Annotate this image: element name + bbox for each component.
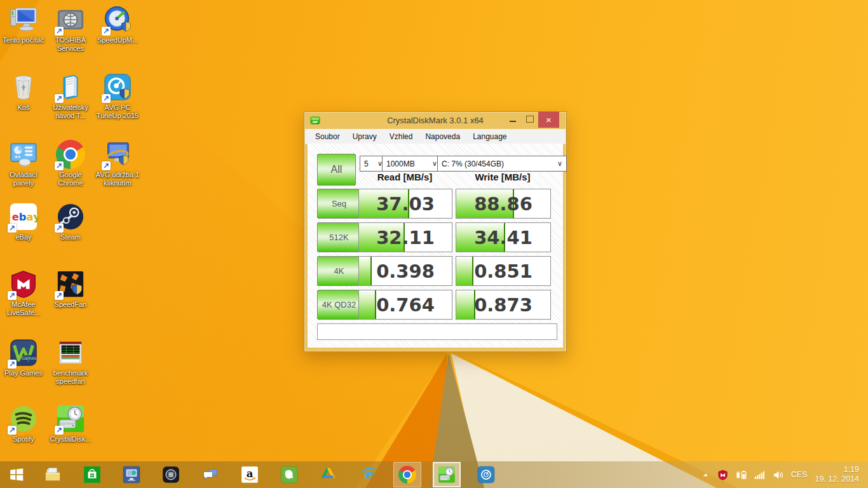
taskbar-file-explorer[interactable] [39,462,67,487]
target-drive-select[interactable]: C: 7% (30/454GB) ∨ [437,156,567,172]
512k-read-value-cell: 32.11 [358,222,452,252]
test-button-512k[interactable]: 512K [317,222,361,252]
desktop-icon-label: Tento počítač [3,36,44,44]
window-titlebar[interactable]: CrystalDiskMark 3.0.1 x64 × [304,112,566,129]
maximize-icon [526,116,534,123]
language-indicator[interactable]: CES [791,470,808,479]
desktop-icon-mcafee-livesafe[interactable]: McAfee LiveSafe... [0,269,48,317]
desktop-icon-tento-po-ta[interactable]: Tento počítač [0,5,48,44]
comment-textbox[interactable] [317,323,557,340]
seq-write-value: 88.86 [456,189,550,218]
battery-icon[interactable] [736,470,747,480]
spotify-icon [9,404,38,433]
shortcut-arrow-icon [55,291,64,300]
taskbar-avg-tuneup[interactable] [472,462,500,487]
4k-read-value-cell: 0.398 [358,256,452,286]
menu-item-upravy[interactable]: Upravy [346,129,383,144]
pcmon-icon [123,466,140,484]
desktop-icon-u-ivatelsk-n-vod-t[interactable]: Uživatelský návod T... [46,72,95,120]
shortcut-arrow-icon [55,426,64,435]
taskbar-evernote[interactable] [275,462,303,487]
menu-item-napoveda[interactable]: Napoveda [419,129,466,144]
desktop-icon-toshiba-services[interactable]: TOSHIBA Services [46,5,95,53]
computer-icon [9,5,38,34]
desktop-icon-avg-dr-ba-1-kliknut-m[interactable]: AVG údržba 1 kliknutím [93,140,142,187]
volume-icon[interactable] [773,470,783,480]
taskbar-amazon[interactable]: a [236,462,264,487]
desktop-icon-label: AVG údržba 1 kliknutím [93,171,142,187]
store-icon [83,466,101,484]
taskbar-google-chrome[interactable] [393,462,421,487]
4k-write-value: 0.851 [456,257,550,285]
start-button[interactable] [0,461,33,488]
minimize-button[interactable] [504,112,521,126]
menu-item-language[interactable]: Language [466,129,513,144]
steam-icon [56,202,85,231]
chrome-icon [56,140,85,169]
taskbar-crystaldiskmark[interactable] [433,462,461,487]
desktop-icon-play-games[interactable]: GamesPlay Games [0,338,48,377]
desktop-icon-steam[interactable]: Steam [46,202,95,241]
4k-qd32-write-value-cell: 0.873 [456,290,551,320]
taskbar-google-drive[interactable] [315,462,342,487]
test-button-seq[interactable]: Seq [317,189,361,219]
desktop-icon-ebay[interactable]: ebayeBay [0,202,48,241]
clock[interactable]: 1:19 19. 12. 2014 [815,465,859,484]
controlpanel-icon [9,140,38,169]
run-all-button[interactable]: All [317,154,356,186]
desktop-icon-label: Play Games [4,369,43,377]
desktop-icon-speedfan[interactable]: SpeedFan [46,269,95,309]
shortcut-arrow-icon [8,426,17,435]
desktop-icon-label: Koš [18,104,30,112]
desktop-icon-google-chrome[interactable]: Google Chrome [46,140,95,187]
chrome-icon [398,466,416,484]
desktop-icon-ko[interactable]: Koš [0,72,48,112]
taskbar-messaging[interactable] [196,462,224,487]
desktop-icon-benchmark-speedfan[interactable]: benchmark speedfan [46,338,95,386]
4k-read-value: 0.398 [359,257,452,285]
desktop-icon-label: Steam [60,233,81,241]
show-hidden-icons-chevron[interactable] [702,471,710,479]
close-button[interactable]: × [538,112,559,128]
desktop-icon-ovl-dac-panely[interactable]: Ovládací panely [0,140,48,187]
avgcircle-icon [477,466,495,484]
toshiba-icon [56,5,85,34]
desktop-icon-label: AVG PC TuneUp 2015 [93,104,142,120]
desktop-icon-spotify[interactable]: Spotify [0,404,48,444]
target-drive-value: C: 7% (30/454GB) [442,159,504,168]
seq-write-value-cell: 88.86 [456,189,551,219]
maximize-button[interactable] [521,112,538,126]
mcafee-tray-icon[interactable] [717,470,728,480]
desktop-icon-label: SpeedUpM... [97,36,138,44]
appgrid-icon [162,466,180,484]
desktop-icon-speedupm[interactable]: SpeedUpM... [93,5,142,44]
write-column-header: Write [MB/s] [456,172,550,182]
cdm-icon [438,466,456,484]
taskbar-windows-store[interactable] [78,462,106,487]
test-size-select[interactable]: 1000MB ∨ [382,156,442,172]
shortcut-arrow-icon [8,291,17,300]
taskbar-internet-explorer[interactable]: e [354,462,382,487]
mcafee-icon [9,269,38,299]
desktop-icon-crystaldisk[interactable]: CrystalDisk... [46,404,95,444]
taskbar-toshiba-pc-health[interactable] [118,462,146,487]
ie-icon: e [359,466,377,484]
ebay-icon: ebay [9,202,38,231]
menu-item-soubor[interactable]: Soubor [309,129,346,144]
explorer-icon [44,466,62,484]
chevron-down-icon: ∨ [432,159,437,168]
network-signal-icon[interactable] [754,470,765,480]
512k-read-value: 32.11 [359,223,452,252]
playgames-icon: Games [9,338,38,367]
test-button-4k[interactable]: 4K [317,256,361,286]
shortcut-arrow-icon [8,360,17,369]
desktop-icon-label: CrystalDisk... [50,435,92,444]
chevron-down-icon: ∨ [557,159,562,168]
shortcut-arrow-icon [102,27,111,36]
test-button-4k-qd32[interactable]: 4K QD32 [317,290,361,320]
read-column-header: Read [MB/s] [358,172,451,182]
crystaldiskmark-app-icon [310,116,320,126]
desktop-icon-avg-pc-tuneup-2015[interactable]: AVG PC TuneUp 2015 [93,72,142,120]
menu-item-vzhled[interactable]: Vzhled [383,129,419,144]
taskbar-app-grid[interactable] [157,462,185,487]
